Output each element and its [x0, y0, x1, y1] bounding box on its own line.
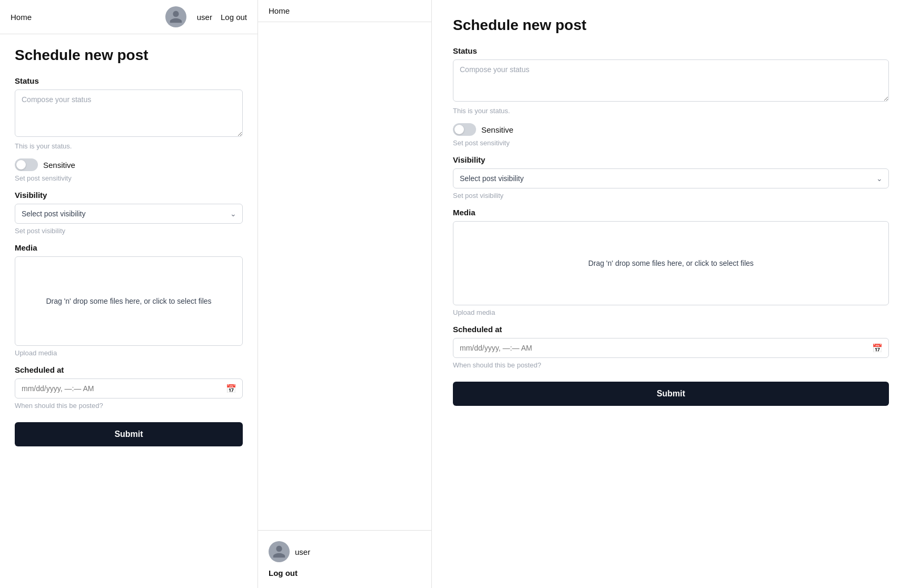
sensitive-row-right: Sensitive [453, 123, 889, 136]
page-title-left: Schedule new post [15, 47, 243, 64]
page-title-right: Schedule new post [453, 17, 889, 34]
user-name-middle: user [295, 547, 310, 556]
middle-bottom: user Log out [258, 530, 431, 588]
media-section-right: Media Drag 'n' drop some files here, or … [453, 208, 889, 316]
visibility-select-wrapper-left: Select post visibility Public Private Fo… [15, 204, 243, 224]
sensitive-row-left: Sensitive [15, 158, 243, 171]
avatar-left [165, 6, 186, 27]
submit-button-left[interactable]: Submit [15, 422, 243, 446]
form-left: Schedule new post Status This is your st… [0, 34, 258, 588]
form-right: Schedule new post Status This is your st… [432, 0, 910, 588]
media-section-left: Media Drag 'n' drop some files here, or … [15, 243, 243, 357]
status-textarea-right[interactable] [453, 59, 889, 102]
visibility-section-right: Visibility Select post visibility Public… [453, 155, 889, 200]
scheduled-label-left: Scheduled at [15, 365, 243, 374]
date-input-right[interactable] [453, 338, 889, 358]
date-input-left[interactable] [15, 378, 243, 398]
date-hint-left: When should this be posted? [15, 402, 243, 410]
dropzone-left[interactable]: Drag 'n' drop some files here, or click … [15, 256, 243, 346]
visibility-section-left: Visibility Select post visibility Public… [15, 191, 243, 235]
status-textarea-left[interactable] [15, 89, 243, 137]
nav-user-left: user [197, 13, 212, 22]
sensitive-section-right: Sensitive Set post sensitivity [453, 123, 889, 147]
visibility-select-wrapper-right: Select post visibility Public Private Fo… [453, 168, 889, 188]
status-hint-left: This is your status. [15, 142, 243, 150]
sensitive-hint-left: Set post sensitivity [15, 174, 243, 182]
nav-left: Home user Log out [0, 0, 258, 34]
avatar-middle [269, 541, 290, 562]
dropzone-text-left: Drag 'n' drop some files here, or click … [35, 296, 222, 307]
nav-home-left[interactable]: Home [11, 13, 32, 22]
panel-middle: Home user Log out [258, 0, 432, 588]
sensitive-label-right: Sensitive [481, 125, 513, 134]
panel-left: Home user Log out Schedule new post Stat… [0, 0, 258, 588]
nav-middle: Home [258, 0, 431, 22]
status-hint-right: This is your status. [453, 107, 889, 115]
status-label-right: Status [453, 46, 889, 55]
user-row-middle: user [269, 541, 310, 562]
visibility-select-left[interactable]: Select post visibility Public Private Fo… [15, 204, 243, 224]
status-section-left: Status This is your status. [15, 76, 243, 150]
status-section-right: Status This is your status. [453, 46, 889, 115]
scheduled-label-right: Scheduled at [453, 325, 889, 334]
visibility-hint-right: Set post visibility [453, 192, 889, 200]
scheduled-section-left: Scheduled at 📅 When should this be poste… [15, 365, 243, 410]
sensitive-toggle-right[interactable] [453, 123, 476, 136]
nav-logout-left[interactable]: Log out [221, 13, 247, 22]
upload-hint-right: Upload media [453, 308, 889, 316]
sensitive-toggle-left[interactable] [15, 158, 38, 171]
visibility-label-right: Visibility [453, 155, 889, 164]
date-hint-right: When should this be posted? [453, 361, 889, 369]
dropzone-right[interactable]: Drag 'n' drop some files here, or click … [453, 221, 889, 305]
status-label-left: Status [15, 76, 243, 85]
visibility-label-left: Visibility [15, 191, 243, 200]
logout-middle[interactable]: Log out [269, 569, 298, 577]
upload-hint-left: Upload media [15, 349, 243, 357]
nav-home-middle[interactable]: Home [269, 6, 290, 15]
visibility-select-right[interactable]: Select post visibility Public Private Fo… [453, 168, 889, 188]
media-label-left: Media [15, 243, 243, 252]
sensitive-hint-right: Set post sensitivity [453, 139, 889, 147]
sensitive-section-left: Sensitive Set post sensitivity [15, 158, 243, 182]
submit-button-right[interactable]: Submit [453, 382, 889, 406]
scheduled-section-right: Scheduled at 📅 When should this be poste… [453, 325, 889, 369]
panel-right: Schedule new post Status This is your st… [432, 0, 910, 588]
media-label-right: Media [453, 208, 889, 217]
date-wrapper-left: 📅 [15, 378, 243, 398]
visibility-hint-left: Set post visibility [15, 227, 243, 235]
date-wrapper-right: 📅 [453, 338, 889, 358]
sensitive-label-left: Sensitive [43, 161, 75, 170]
dropzone-text-right: Drag 'n' drop some files here, or click … [578, 258, 764, 269]
